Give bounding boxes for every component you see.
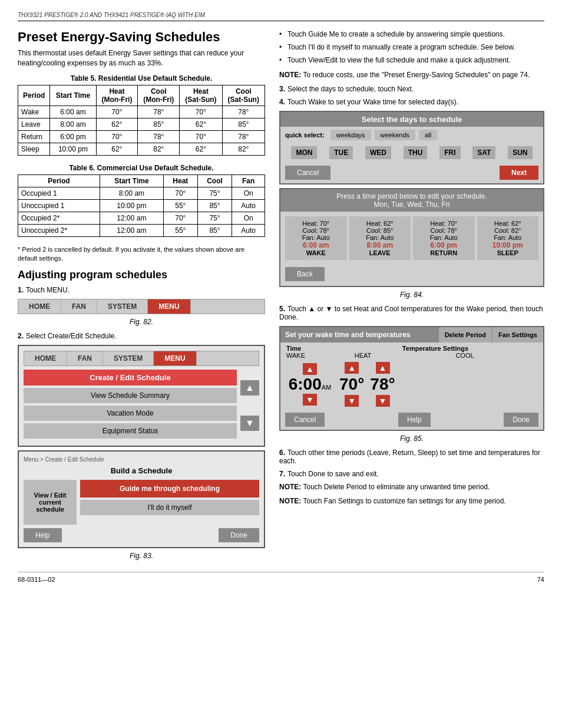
table-row: Occupied 18:00 am70°75°On [18,187,265,199]
return-period-button[interactable]: Heat: 70° Cool: 78° Fan: Auto 6:00 pm RE… [413,216,475,260]
wake-screen: Set your wake time and temperatures Dele… [279,326,544,431]
screen-menu-btn[interactable]: MENU [154,351,196,365]
menu-menu[interactable]: MENU [148,299,190,314]
time-ampm: AM [322,384,332,391]
heat-value: 70° [339,375,364,394]
wake-bottom: Cancel Help Done [280,410,543,430]
wake-cancel-button[interactable]: Cancel [285,413,325,427]
weekdays-button[interactable]: weekdays [330,130,371,140]
wake-done-button[interactable]: Done [504,413,538,427]
table6: Table 6. Commercial Use Default Schedule… [18,164,265,237]
table-row: Return6:00 pm70°78°70°78° [18,130,265,143]
tp-grid: Heat: 70° Cool: 78° Fan: Auto 6:00 am WA… [280,212,543,265]
guide-me-through-button[interactable]: Guide me through scheduling [80,480,259,498]
fig82-label: Fig. 82. [18,318,265,326]
step1: 1.Touch MENU. [18,286,265,294]
build-bottom: Help Done [24,528,259,542]
menu-system[interactable]: SYSTEM [97,299,148,314]
thu-button[interactable]: THU [404,146,428,159]
ill-do-it-myself-button[interactable]: I'll do it myself [80,500,259,515]
wake-help-button[interactable]: Help [398,413,431,427]
wake-main-row: ▲ 6:00 AM ▼ ▲ 70° ▼ [280,359,543,410]
time-label: Time [286,345,333,352]
screen-system[interactable]: SYSTEM [103,351,154,365]
wake-period-label: WAKE [286,352,333,359]
step3: 3.Select the days to schedule, touch Nex… [279,85,544,93]
tp-back-row: Back [280,265,543,286]
table-row: Leave8:00 am62°85°62°85° [18,118,265,130]
view-edit-current-schedule-button[interactable]: View / Edit current schedule [24,480,77,525]
build-inner: View / Edit current schedule Guide me th… [24,480,259,525]
step2: 2.Select Create/Edit Schedule. [18,332,265,340]
table5: Table 5. Residential Use Default Schedul… [18,74,265,156]
wake-period-button[interactable]: Heat: 70° Cool: 78° Fan: Auto 6:00 am WA… [285,216,347,260]
cool-down-button[interactable]: ▼ [376,395,390,407]
cool-col: ▲ 78° ▼ [370,362,395,407]
vacation-mode-button[interactable]: Vacation Mode [24,406,237,421]
delete-period-button[interactable]: Delete Period [438,327,492,342]
weekends-button[interactable]: weekends [375,130,416,140]
help-button[interactable]: Help [24,528,62,542]
wake-top-buttons: Delete Period Fan Settings [438,327,543,342]
time-value-display: 6:00 AM [289,375,332,394]
menu-home[interactable]: HOME [18,299,61,314]
table-row: Wake6:00 am70°78°70°78° [18,106,265,118]
footer-left: 68-0311—02 [18,576,55,583]
sleep-period-button[interactable]: Heat: 62° Cool: 82° Fan: Auto 10:00 pm S… [477,216,539,260]
done-button[interactable]: Done [219,528,259,542]
build-options: Guide me through scheduling I'll do it m… [80,480,259,525]
tp-header: Press a time period below to edit your s… [280,189,543,212]
back-button[interactable]: Back [285,267,325,281]
scroll-down-button[interactable]: ▼ [240,416,259,431]
quick-select-row: quick select: weekdays weekends all [280,127,543,143]
menu-fan[interactable]: FAN [61,299,97,314]
select-days-title: Select the days to schedule [280,112,543,127]
create-edit-schedule-button[interactable]: Create / Edit Schedule [24,370,237,386]
select-days-bottom: Cancel Next [280,162,543,183]
screen-menu-box: HOME FAN SYSTEM MENU Create / Edit Sched… [18,345,265,447]
sat-button[interactable]: SAT [472,146,495,159]
bullet-list: Touch Guide Me to create a schedule by a… [279,29,544,65]
footer: 68-0311—02 74 [18,572,544,583]
wake-column-labels: Time Temperature Settings [280,342,543,352]
section1-title: Preset Energy-Saving Schedules [18,29,265,45]
tue-button[interactable]: TUE [329,146,353,159]
cool-sub-label: COOL [392,352,537,359]
bullet-1: Touch Guide Me to create a schedule by a… [279,29,544,39]
fig85-label: Fig. 85. [279,434,544,443]
time-down-button[interactable]: ▼ [303,394,317,406]
all-button[interactable]: all [419,130,437,140]
fri-button[interactable]: FRI [439,146,460,159]
select-days-screen: Select the days to schedule quick select… [279,111,544,185]
heat-sub-label: HEAT [333,352,392,359]
view-schedule-summary-button[interactable]: View Schedule Summary [24,388,237,403]
wed-button[interactable]: WED [365,146,391,159]
build-schedule-box: Menu > Create / Edit Schedule Build a Sc… [18,450,265,548]
time-display: ▲ 6:00 AM ▼ [286,363,333,406]
section1-description: This thermostat uses default Energy Save… [18,48,265,68]
select-days-next-button[interactable]: Next [500,166,538,180]
fan-settings-button[interactable]: Fan Settings [492,327,543,342]
cool-up-button[interactable]: ▲ [376,362,390,374]
build-header: Build a Schedule [24,466,259,475]
time-up-button[interactable]: ▲ [303,363,317,375]
sun-button[interactable]: SUN [508,146,532,159]
step6: 6.Touch other time periods (Leave, Retur… [279,449,544,465]
heat-up-button[interactable]: ▲ [345,362,359,374]
step5: 5.Touch ▲ or ▼ to set Heat and Cool temp… [279,305,544,321]
bullet-2: Touch I'll do it myself to manually crea… [279,42,544,52]
screen-fan[interactable]: FAN [67,351,103,365]
footer-center: 74 [537,576,544,583]
mon-button[interactable]: MON [291,146,317,159]
leave-period-button[interactable]: Heat: 62° Cool: 85° Fan: Auto 8:00 am LE… [349,216,411,260]
heat-col: ▲ 70° ▼ [339,362,364,407]
menu-bar-fig82: HOME FAN SYSTEM MENU [18,299,265,314]
table-row: Sleep10:00 pm62°82°62°82° [18,143,265,155]
scroll-up-button[interactable]: ▲ [240,380,259,396]
screen-menu-row: Create / Edit Schedule View Schedule Sum… [24,370,259,441]
wake-screen-header: Set your wake time and temperatures [280,327,438,342]
heat-down-button[interactable]: ▼ [345,395,359,407]
select-days-cancel-button[interactable]: Cancel [285,166,330,180]
screen-home[interactable]: HOME [24,351,67,365]
equipment-status-button[interactable]: Equipment Status [24,423,237,439]
